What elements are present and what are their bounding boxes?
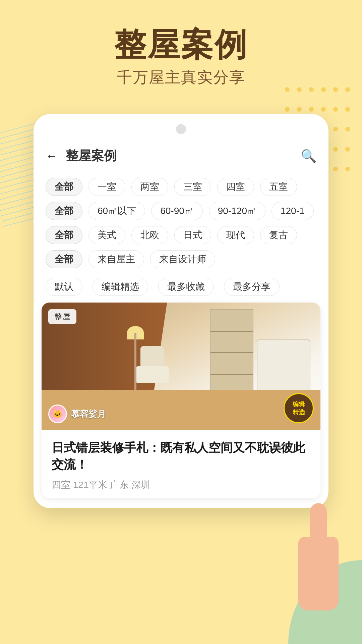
hero-title: 整屋案例 (0, 27, 362, 62)
sort-editor[interactable]: 编辑精选 (93, 278, 148, 296)
filter-chip-japanese[interactable]: 日式 (174, 226, 211, 244)
filter-chip-3room[interactable]: 三室 (174, 178, 211, 196)
sort-default[interactable]: 默认 (46, 278, 82, 296)
filter-row-style: 全部 美式 北欧 日式 现代 复古 (46, 226, 316, 244)
editor-badge-line2: 精选 (293, 408, 305, 416)
filter-chip-nordic[interactable]: 北欧 (131, 226, 168, 244)
filter-chip-retro[interactable]: 复古 (260, 226, 297, 244)
cabinet (257, 339, 310, 393)
filter-chip-60below[interactable]: 60㎡以下 (88, 202, 145, 220)
card-tag: 整屋 (48, 309, 76, 324)
filter-row-source: 全部 来自屋主 来自设计师 (46, 250, 316, 268)
content-card[interactable]: 整屋 编辑 精选 🐱 慕容娑月 日式错层装修手札：既有私人空间又不耽误彼此交流！ (42, 303, 320, 498)
phone-mockup: ← 整屋案例 🔍 全部 一室 两室 三室 四室 五室 全部 60㎡以下 60-9… (34, 114, 328, 508)
editor-badge-line1: 编辑 (293, 400, 305, 408)
avatar: 🐱 (48, 405, 67, 423)
filter-chip-all-room[interactable]: 全部 (46, 178, 82, 196)
hand-palm (298, 537, 339, 610)
filter-chip-all-area[interactable]: 全部 (46, 202, 82, 220)
card-meta: 四室 121平米 广东 深圳 (52, 479, 310, 491)
card-section: 整屋 编辑 精选 🐱 慕容娑月 日式错层装修手札：既有私人空间又不耽误彼此交流！ (34, 303, 328, 508)
back-button[interactable]: ← (46, 149, 58, 163)
sort-most-collected[interactable]: 最多收藏 (158, 278, 214, 296)
filter-row-room: 全部 一室 两室 三室 四室 五室 (46, 178, 316, 196)
card-content: 日式错层装修手札：既有私人空间又不耽误彼此交流！ 四室 121平米 广东 深圳 (42, 430, 320, 498)
filter-chip-from-designer[interactable]: 来自设计师 (150, 250, 215, 268)
search-icon[interactable]: 🔍 (301, 149, 316, 163)
app-header: ← 整屋案例 🔍 (34, 141, 328, 171)
filter-chip-60-90[interactable]: 60-90㎡ (151, 202, 203, 220)
filter-chip-5room[interactable]: 五室 (260, 178, 297, 196)
filter-chip-all-style[interactable]: 全部 (46, 226, 82, 244)
hand-illustration (288, 503, 349, 610)
phone-notch (176, 124, 186, 134)
sort-most-shared[interactable]: 最多分享 (224, 278, 280, 296)
floor-lamp (129, 326, 142, 393)
filter-chip-4room[interactable]: 四室 (217, 178, 254, 196)
filter-chip-modern[interactable]: 现代 (217, 226, 254, 244)
filter-chip-90-120[interactable]: 90-120㎡ (209, 202, 265, 220)
filter-section: 全部 一室 两室 三室 四室 五室 全部 60㎡以下 60-90㎡ 90-120… (34, 171, 328, 278)
sort-row: 默认 编辑精选 最多收藏 最多分享 (34, 278, 328, 296)
filter-chip-american[interactable]: 美式 (88, 226, 125, 244)
filter-chip-2room[interactable]: 两室 (131, 178, 168, 196)
card-image: 整屋 编辑 精选 🐱 慕容娑月 (42, 303, 320, 430)
filter-row-area: 全部 60㎡以下 60-90㎡ 90-120㎡ 120-1 (46, 202, 316, 220)
hero-section: 整屋案例 千万屋主真实分享 (0, 27, 362, 88)
filter-chip-all-source[interactable]: 全部 (46, 250, 82, 268)
user-name: 慕容娑月 (71, 408, 106, 420)
avatar-emoji: 🐱 (53, 409, 63, 419)
page-title: 整屋案例 (66, 147, 301, 164)
user-info: 🐱 慕容娑月 (48, 405, 106, 423)
filter-chip-120plus[interactable]: 120-1 (272, 202, 314, 220)
filter-chip-from-owner[interactable]: 来自屋主 (88, 250, 144, 268)
card-title: 日式错层装修手札：既有私人空间又不耽误彼此交流！ (52, 439, 310, 473)
hero-subtitle: 千万屋主真实分享 (0, 67, 362, 88)
editor-badge: 编辑 精选 (284, 393, 314, 423)
filter-chip-1room[interactable]: 一室 (88, 178, 125, 196)
